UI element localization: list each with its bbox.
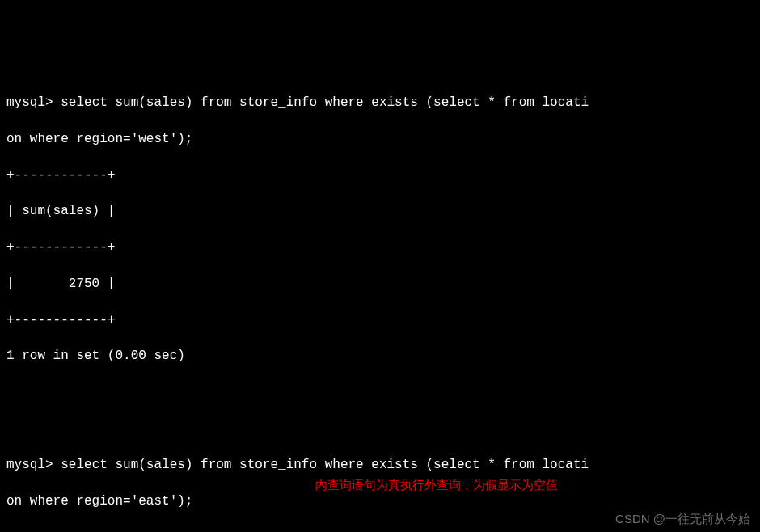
sql-query-highlight: on where region='west'); bbox=[6, 130, 197, 148]
table-row: | 2750 | bbox=[6, 275, 754, 293]
sql-text: select sum(sales) from store_info where … bbox=[61, 458, 589, 472]
result-value: 2750 bbox=[69, 277, 99, 291]
table-border: +------------+ bbox=[6, 239, 754, 256]
table-header: | sum(sales) | bbox=[6, 202, 754, 220]
terminal-line: mysql> select sum(sales) from store_info… bbox=[6, 456, 754, 474]
mysql-prompt: mysql> bbox=[6, 95, 53, 110]
row-status: 1 row in set (0.00 sec) bbox=[6, 347, 754, 365]
sql-text: select sum(sales) from store_info where … bbox=[61, 95, 589, 110]
annotation-text: 内查询语句为真执行外查询，为假显示为空值 bbox=[315, 476, 558, 493]
terminal-line: on where region='east'); bbox=[6, 492, 754, 510]
mysql-prompt: mysql> bbox=[6, 458, 53, 472]
table-border: +------------+ bbox=[6, 167, 754, 184]
column-header: sum(sales) bbox=[22, 204, 99, 218]
blank-line bbox=[6, 383, 754, 401]
sql-text: on where region='east'); bbox=[6, 494, 192, 509]
sql-query-highlight: on where region='east'); bbox=[6, 492, 197, 510]
watermark-text: CSDN @一往无前从今始 bbox=[615, 510, 750, 527]
table-border: +------------+ bbox=[6, 311, 754, 329]
sql-query-highlight: select sum(sales) from store_info where … bbox=[61, 94, 593, 112]
sql-query-highlight: select sum(sales) from store_info where … bbox=[61, 456, 593, 474]
terminal-line: mysql> select sum(sales) from store_info… bbox=[6, 94, 754, 112]
terminal-line: on where region='west'); bbox=[6, 130, 754, 148]
sql-text: on where region='west'); bbox=[6, 132, 192, 146]
table-border: +------------+ bbox=[6, 528, 754, 532]
